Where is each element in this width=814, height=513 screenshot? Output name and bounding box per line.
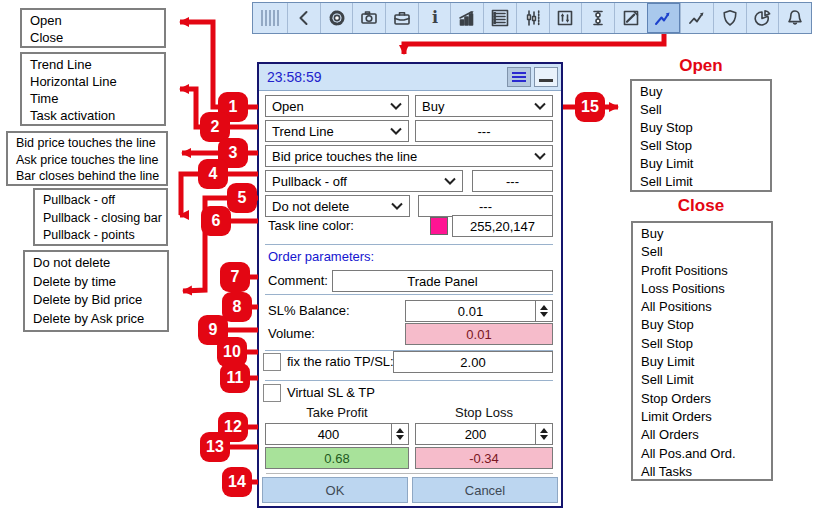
volume-field[interactable]: 0.01 xyxy=(405,323,553,345)
fix-ratio-label: fix the ratio TP/SL: xyxy=(287,352,394,372)
take-profit-stepper[interactable]: 400 xyxy=(265,423,409,445)
zigzag-arrow-icon xyxy=(687,8,707,28)
list-item: Buy xyxy=(632,83,770,101)
comment-input[interactable]: Trade Panel xyxy=(332,270,553,292)
spinner-arrows[interactable] xyxy=(535,424,552,444)
toolbar-grip-handle[interactable] xyxy=(253,3,287,33)
list-item: Close xyxy=(22,29,164,46)
toolbar-button-protection[interactable] xyxy=(713,3,746,33)
page: i xyxy=(0,0,814,513)
toolbar: i xyxy=(252,2,812,34)
trend-line-icon xyxy=(653,8,673,28)
list-item: Buy Limit xyxy=(632,155,770,173)
separator xyxy=(266,473,553,474)
stop-loss-stepper[interactable]: 200 xyxy=(415,423,553,445)
toolbar-button-optimization[interactable] xyxy=(516,3,549,33)
list-item: Sell Stop xyxy=(632,137,770,155)
separator xyxy=(265,244,553,245)
callout-badge-5: 5 xyxy=(227,183,257,213)
toolbar-button-list[interactable] xyxy=(483,3,516,33)
pullback-param-value: --- xyxy=(506,174,519,189)
trade-task-panel: 23:58:59 Open Buy Trend Line --- Bid pri… xyxy=(257,62,563,508)
toolbar-button-screenshot[interactable] xyxy=(352,3,385,33)
cancel-button-label: Cancel xyxy=(465,483,505,498)
stop-loss-result: -0.34 xyxy=(469,451,499,466)
chevron-down-icon xyxy=(534,152,546,160)
chevron-down-icon xyxy=(390,127,402,135)
delete-dropdown[interactable]: Do not delete xyxy=(265,195,410,217)
list-item: Do not delete xyxy=(25,254,167,273)
fix-ratio-checkbox[interactable] xyxy=(263,353,281,371)
list-item: Buy Limit xyxy=(633,353,771,371)
pullback-param-field[interactable]: --- xyxy=(472,170,553,192)
toolbar-button-zigzag[interactable] xyxy=(680,3,713,33)
delete-param-field[interactable]: --- xyxy=(418,195,553,217)
list-item: Delete by time xyxy=(25,273,167,292)
toolbar-button-alerts[interactable] xyxy=(778,3,811,33)
action-options-box: Open Close xyxy=(20,8,166,48)
direction-dropdown[interactable]: Buy xyxy=(415,95,553,117)
toolbar-button-settings[interactable] xyxy=(320,3,353,33)
callout-badge-6: 6 xyxy=(201,206,231,236)
ok-button-label: OK xyxy=(326,483,345,498)
bell-icon xyxy=(785,8,805,28)
svg-text:i: i xyxy=(432,8,438,27)
line-type-dropdown[interactable]: Trend Line xyxy=(265,120,409,142)
callout-badge-15: 15 xyxy=(575,92,605,122)
task-line-color-field[interactable]: 255,20,147 xyxy=(452,215,553,237)
spinner-arrows[interactable] xyxy=(535,301,552,321)
action-dropdown[interactable]: Open xyxy=(265,95,409,117)
cancel-button[interactable]: Cancel xyxy=(412,477,558,503)
arrow-toolbar-to-panel xyxy=(404,34,664,54)
panel-titlebar[interactable]: 23:58:59 xyxy=(259,64,561,91)
toolbar-button-info[interactable]: i xyxy=(418,3,451,33)
line-param-field[interactable]: --- xyxy=(415,120,553,142)
virtual-sl-tp-checkbox[interactable] xyxy=(263,384,281,402)
list-item: Delete by Bid price xyxy=(25,291,167,310)
ok-button[interactable]: OK xyxy=(262,477,408,503)
briefcase-icon xyxy=(392,8,412,28)
callout-badge-7: 7 xyxy=(220,262,250,292)
list-item: Time xyxy=(22,90,164,107)
sl-balance-stepper[interactable]: 0.01 xyxy=(405,300,553,322)
action-dropdown-value: Open xyxy=(272,99,304,114)
toolbar-button-notes[interactable] xyxy=(614,3,647,33)
info-icon: i xyxy=(425,8,445,28)
toolbar-button-back[interactable] xyxy=(287,3,320,33)
sl-balance-value: 0.01 xyxy=(406,304,535,319)
toolbar-button-reports[interactable] xyxy=(746,3,779,33)
list-item: Sell Limit xyxy=(633,371,771,389)
list-item: All Positions xyxy=(633,298,771,316)
fix-ratio-field[interactable]: 2.00 xyxy=(393,351,553,373)
panel-menu-button[interactable] xyxy=(507,67,531,87)
list-item: Profit Positions xyxy=(633,262,771,280)
line-param-value: --- xyxy=(478,124,491,139)
minimize-icon xyxy=(539,79,553,82)
toolbar-button-statistics[interactable] xyxy=(450,3,483,33)
list-item: Delete by Ask price xyxy=(25,310,167,329)
toolbar-button-stretch[interactable] xyxy=(581,3,614,33)
list-item: All Tasks xyxy=(633,463,771,481)
take-profit-header: Take Profit xyxy=(265,405,409,420)
shield-icon xyxy=(720,8,740,28)
close-list-title: Close xyxy=(630,196,772,216)
take-profit-result: 0.68 xyxy=(324,451,349,466)
toolbar-button-portfolio[interactable] xyxy=(385,3,418,33)
spinner-arrows[interactable] xyxy=(391,424,408,444)
comment-value: Trade Panel xyxy=(407,274,477,289)
trigger-dropdown[interactable]: Bid price touches the line xyxy=(265,145,553,167)
candlesticks-icon xyxy=(523,8,543,28)
task-line-color-swatch[interactable] xyxy=(430,217,448,235)
pullback-dropdown[interactable]: Pullback - off xyxy=(265,170,463,192)
list-icon xyxy=(490,8,510,28)
hamburger-icon xyxy=(512,72,526,74)
stop-loss-result-field: -0.34 xyxy=(415,447,553,469)
toolbar-button-updown[interactable] xyxy=(549,3,582,33)
list-item: Buy xyxy=(633,225,771,243)
line-type-dropdown-value: Trend Line xyxy=(272,124,334,139)
callout-badge-14: 14 xyxy=(222,467,252,497)
panel-minimize-button[interactable] xyxy=(534,67,558,87)
list-item: Limit Orders xyxy=(633,408,771,426)
separator xyxy=(265,380,553,381)
toolbar-button-trend-tasks[interactable] xyxy=(647,3,681,33)
